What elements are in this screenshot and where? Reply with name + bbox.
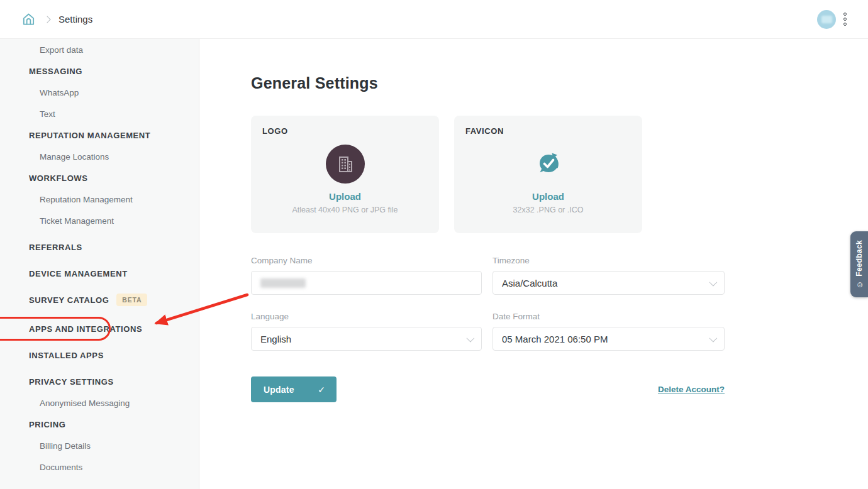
timezone-value: Asia/Calcutta bbox=[502, 278, 557, 288]
breadcrumb-current: Settings bbox=[58, 14, 92, 25]
breadcrumb: Settings bbox=[21, 12, 92, 26]
sidebar-section-referrals[interactable]: REFERRALS bbox=[0, 236, 199, 258]
sidebar-item-label: Documents bbox=[40, 463, 82, 472]
sidebar-section-device-management[interactable]: DEVICE MANAGEMENT bbox=[0, 263, 199, 284]
feedback-tab[interactable]: ☺ Feedback bbox=[850, 231, 868, 297]
sidebar-section-reputation-management[interactable]: REPUTATION MANAGEMENT bbox=[0, 124, 199, 146]
sidebar-item-label: WORKFLOWS bbox=[29, 173, 88, 183]
home-icon[interactable] bbox=[21, 12, 36, 26]
sidebar-section-survey-catalog[interactable]: SURVEY CATALOG BETA bbox=[0, 289, 199, 310]
favicon-upload-button[interactable]: Upload bbox=[532, 191, 564, 202]
sidebar-item-label: MESSAGING bbox=[29, 67, 82, 76]
sidebar-item-label: Anonymised Messaging bbox=[40, 398, 130, 408]
sidebar-item-manage-locations[interactable]: Manage Locations bbox=[0, 146, 199, 167]
date-format-value: 05 March 2021 06:50 PM bbox=[502, 334, 608, 344]
sidebar-item-anonymised-messaging[interactable]: Anonymised Messaging bbox=[0, 392, 199, 414]
sidebar-item-label: INSTALLED APPS bbox=[29, 351, 104, 360]
feedback-tab-label: Feedback bbox=[855, 239, 864, 276]
timezone-field: Timezone Asia/Calcutta bbox=[492, 256, 725, 295]
favicon-card-label: FAVICON bbox=[465, 126, 504, 136]
update-button[interactable]: Update ✓ bbox=[251, 376, 337, 402]
logo-image[interactable] bbox=[326, 145, 365, 184]
main-content: General Settings LOGO bbox=[200, 40, 868, 489]
kebab-menu-icon[interactable] bbox=[842, 10, 848, 28]
top-header: Settings bbox=[0, 0, 868, 39]
sidebar-item-label: REFERRALS bbox=[29, 243, 82, 252]
chevron-down-icon bbox=[709, 278, 718, 286]
sidebar-item-label: APPS AND INTEGRATIONS bbox=[29, 324, 142, 334]
chevron-down-icon bbox=[709, 334, 718, 342]
logo-card-label: LOGO bbox=[262, 126, 288, 136]
sidebar-item-label: PRIVACY SETTINGS bbox=[29, 377, 114, 387]
favicon-bird-icon bbox=[535, 150, 562, 178]
language-field: Language English bbox=[251, 312, 482, 351]
sidebar-item-billing-details[interactable]: Billing Details bbox=[0, 435, 199, 456]
favicon-card: FAVICON Upload 32x32 .PNG or .ICO bbox=[454, 116, 642, 233]
sidebar-section-pricing[interactable]: PRICING bbox=[0, 414, 199, 435]
sidebar-item-label: SURVEY CATALOG bbox=[29, 295, 109, 305]
sidebar-item-whatsapp[interactable]: WhatsApp bbox=[0, 82, 199, 103]
sidebar-item-text[interactable]: Text bbox=[0, 103, 199, 124]
sidebar-item-label: DEVICE MANAGEMENT bbox=[29, 269, 128, 278]
sidebar-item-label: Ticket Management bbox=[40, 216, 114, 226]
timezone-label: Timezone bbox=[492, 256, 725, 265]
sidebar-section-installed-apps[interactable]: INSTALLED APPS bbox=[0, 344, 199, 366]
logo-upload-hint: Atleast 40x40 PNG or JPG file bbox=[292, 206, 398, 214]
sidebar-item-label: WhatsApp bbox=[40, 88, 79, 97]
avatar-blurred-logo bbox=[821, 16, 832, 23]
beta-badge: BETA bbox=[116, 294, 147, 306]
building-icon bbox=[336, 155, 355, 173]
sidebar-item-export-data[interactable]: Export data bbox=[0, 39, 199, 60]
date-format-field: Date Format 05 March 2021 06:50 PM bbox=[492, 312, 725, 351]
sidebar-item-ticket-management[interactable]: Ticket Management bbox=[0, 210, 199, 231]
sidebar-item-label: Reputation Management bbox=[40, 195, 133, 204]
company-name-field: Company Name bbox=[251, 256, 482, 295]
redacted-company-name bbox=[260, 278, 306, 288]
sidebar-item-label: Text bbox=[40, 109, 55, 119]
sidebar-section-workflows[interactable]: WORKFLOWS bbox=[0, 167, 199, 189]
language-label: Language bbox=[251, 312, 482, 321]
avatar[interactable] bbox=[817, 10, 836, 29]
language-value: English bbox=[260, 334, 291, 344]
sidebar-item-label: Billing Details bbox=[40, 441, 91, 451]
company-name-label: Company Name bbox=[251, 256, 482, 265]
sidebar-item-label: PRICING bbox=[29, 420, 65, 429]
update-button-label: Update bbox=[264, 385, 294, 395]
delete-account-link[interactable]: Delete Account? bbox=[658, 385, 725, 394]
breadcrumb-chevron-icon bbox=[43, 16, 50, 23]
page-title: General Settings bbox=[251, 74, 868, 92]
timezone-select[interactable]: Asia/Calcutta bbox=[492, 271, 725, 295]
date-format-select[interactable]: 05 March 2021 06:50 PM bbox=[492, 327, 725, 351]
date-format-label: Date Format bbox=[492, 312, 725, 321]
sidebar-item-label: Export data bbox=[40, 45, 83, 55]
logo-upload-button[interactable]: Upload bbox=[329, 191, 361, 202]
language-select[interactable]: English bbox=[251, 327, 482, 351]
check-icon: ✓ bbox=[318, 385, 325, 395]
smiley-icon: ☺ bbox=[855, 280, 864, 288]
sidebar-item-documents[interactable]: Documents bbox=[0, 456, 199, 478]
sidebar-item-label: REPUTATION MANAGEMENT bbox=[29, 131, 150, 140]
chevron-down-icon bbox=[467, 334, 475, 342]
logo-card: LOGO Upload Atleast 4 bbox=[251, 116, 439, 233]
sidebar-section-apps-and-integrations[interactable]: APPS AND INTEGRATIONS bbox=[0, 318, 199, 339]
sidebar-section-messaging[interactable]: MESSAGING bbox=[0, 60, 199, 82]
sidebar-section-privacy-settings[interactable]: PRIVACY SETTINGS bbox=[0, 371, 199, 392]
sidebar-item-label: Manage Locations bbox=[40, 152, 109, 162]
sidebar-item-reputation-management[interactable]: Reputation Management bbox=[0, 189, 199, 210]
sidebar: Export data MESSAGING WhatsApp Text REPU… bbox=[0, 39, 199, 489]
company-name-input[interactable] bbox=[251, 271, 482, 295]
favicon-image[interactable] bbox=[529, 145, 568, 184]
favicon-upload-hint: 32x32 .PNG or .ICO bbox=[513, 206, 584, 214]
